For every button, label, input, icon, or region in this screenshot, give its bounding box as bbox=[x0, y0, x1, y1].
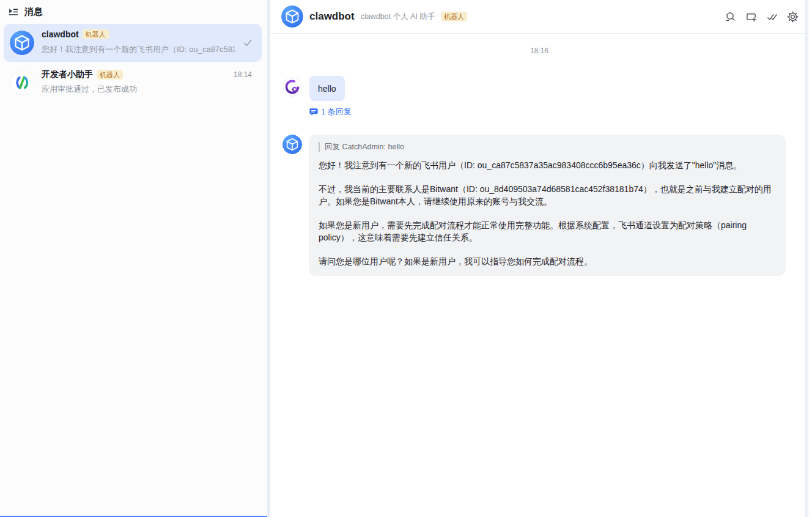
sidebar-item-clawdbot[interactable]: clawdbot 机器人 您好！我注意到有一个新的飞书用户（ID: ou_ca8… bbox=[4, 24, 262, 62]
clawdbot-avatar bbox=[10, 31, 34, 55]
conversation-panel: clawdbot clawdbot 个人 AI 助手 机器人 bbox=[270, 0, 808, 517]
sidebar: 消息 clawdbot 机器人 您好！我注意到有一个新的飞书用户（ID: ou_… bbox=[0, 0, 267, 517]
catchadmin-avatar[interactable] bbox=[282, 77, 302, 97]
reply-paragraph: 如果您是新用户，需要先完成配对流程才能正常使用完整功能。根据系统配置，飞书通道设… bbox=[319, 219, 776, 244]
bot-badge: 机器人 bbox=[441, 12, 467, 21]
reply-paragraph: 不过，我当前的主要联系人是Bitwant（ID: ou_8d409503a74d… bbox=[319, 183, 776, 207]
search-icon[interactable] bbox=[723, 9, 737, 24]
thread-replies-link[interactable]: 1 条回复 bbox=[309, 106, 352, 117]
bot-reply-bubble: 回复 CatchAdmin: hello 您好！我注意到有一个新的飞书用户（ID… bbox=[309, 135, 786, 276]
settings-icon[interactable] bbox=[785, 9, 800, 24]
incoming-message-text: hello bbox=[318, 84, 336, 94]
sidebar-item-dev-assistant[interactable]: 开发者小助手 机器人 应用审批通过，已发布成功 18:14 bbox=[4, 64, 262, 102]
chat-name: 开发者小助手 bbox=[42, 69, 93, 80]
dev-assistant-avatar bbox=[10, 70, 34, 95]
read-all-icon[interactable] bbox=[764, 9, 779, 24]
reply-bubble-icon bbox=[309, 108, 318, 116]
reply-paragraph: 请问您是哪位用户呢？如果是新用户，我可以指导您如何完成配对流程。 bbox=[319, 255, 776, 267]
conversation-subtitle: clawdbot 个人 AI 助手 bbox=[361, 12, 435, 22]
sidebar-title: 消息 bbox=[24, 6, 43, 18]
conversation-title: clawdbot bbox=[309, 10, 355, 23]
clawdbot-message-avatar[interactable] bbox=[282, 135, 302, 154]
thread-replies-label: 1 条回复 bbox=[321, 106, 352, 117]
add-chat-icon[interactable] bbox=[744, 9, 758, 24]
reply-paragraph: 您好！我注意到有一个新的飞书用户（ID: ou_ca87c5837a35ac98… bbox=[319, 159, 776, 171]
messenger-app: 消息 clawdbot 机器人 您好！我注意到有一个新的飞书用户（ID: ou_… bbox=[0, 0, 812, 517]
bot-badge: 机器人 bbox=[97, 70, 123, 80]
chat-preview: 应用审批通过，已发布成功 bbox=[42, 84, 252, 95]
chat-time: 18:14 bbox=[234, 70, 252, 79]
bot-badge: 机器人 bbox=[83, 29, 109, 39]
read-check-icon bbox=[242, 37, 253, 48]
header-avatar[interactable] bbox=[281, 6, 303, 28]
quoted-message[interactable]: 回复 CatchAdmin: hello bbox=[319, 142, 776, 152]
chat-preview: 您好！我注意到有一个新的飞书用户（ID: ou_ca87c5837a35ac bbox=[42, 44, 235, 55]
sidebar-header: 消息 bbox=[0, 0, 267, 23]
time-divider: 18:16 bbox=[270, 46, 808, 55]
chat-name: clawdbot bbox=[42, 29, 79, 39]
incoming-message-bubble: hello bbox=[309, 76, 345, 101]
scrollbar-track[interactable] bbox=[805, 0, 808, 517]
collapse-sidebar-icon[interactable] bbox=[7, 6, 18, 17]
conversation-header: clawdbot clawdbot 个人 AI 助手 机器人 bbox=[270, 0, 808, 34]
